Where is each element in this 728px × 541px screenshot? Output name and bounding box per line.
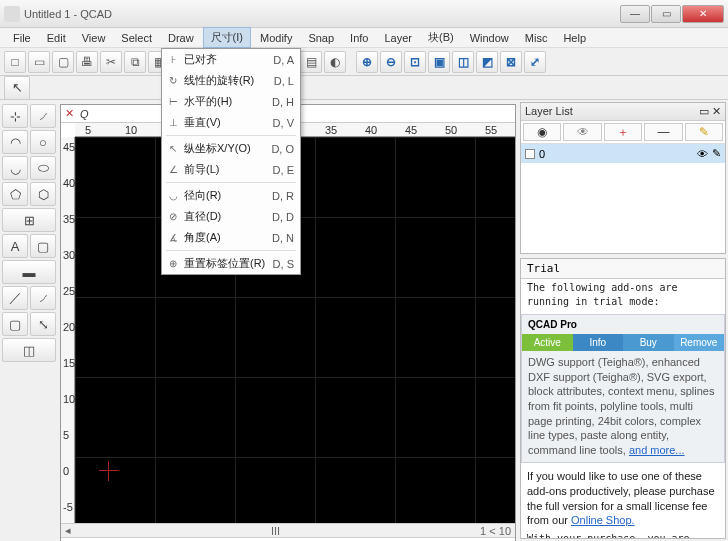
layer-btn-4[interactable]: ✎ [685, 123, 723, 141]
layer-btn-0[interactable]: ◉ [523, 123, 561, 141]
layer-list-title: Layer List [525, 105, 573, 118]
menu-item[interactable]: ⊕重置标签位置(R)D, S [162, 253, 300, 274]
menu-view[interactable]: View [75, 30, 113, 46]
menu-select[interactable]: Select [114, 30, 159, 46]
menu-item-label: 重置标签位置(R) [184, 256, 265, 271]
tool-0-0[interactable]: ⊹ [2, 104, 28, 128]
window-title: Untitled 1 - QCAD [24, 8, 620, 20]
dimension-menu-dropdown[interactable]: ⊦已对齐D, A↻线性的旋转(R)D, L⊢水平的(H)D, H⊥垂直(V)D,… [161, 48, 301, 275]
pencil-icon[interactable]: ✎ [712, 147, 721, 160]
toolbar-misc-4[interactable]: ◐ [324, 51, 346, 73]
trial-panel-title: Trial [521, 259, 725, 279]
tool-9-0[interactable]: ◫ [2, 338, 56, 362]
pointer-tool[interactable]: ↖ [4, 76, 30, 100]
tool-2-0[interactable]: ◡ [2, 156, 28, 180]
tool-7-0[interactable]: ／ [2, 286, 28, 310]
menu-modify[interactable]: Modify [253, 30, 299, 46]
toolbar-zoom-5[interactable]: ◩ [476, 51, 498, 73]
toolbar-zoom-7[interactable]: ⤢ [524, 51, 546, 73]
menu-item[interactable]: ⊢水平的(H)D, H [162, 91, 300, 112]
menu-item-icon: ⊦ [166, 54, 180, 65]
tab-remove[interactable]: Remove [674, 334, 725, 351]
tool-7-1[interactable]: ⟋ [30, 286, 56, 310]
close-tab-icon[interactable]: ✕ [65, 107, 74, 120]
maximize-button[interactable]: ▭ [651, 5, 681, 23]
menu-item[interactable]: ↖纵坐标X/Y(O)D, O [162, 138, 300, 159]
menu-item-label: 前导(L) [184, 162, 219, 177]
tool-1-0[interactable]: ◠ [2, 130, 28, 154]
layer-btn-1[interactable]: 👁 [563, 123, 601, 141]
tool-5-0[interactable]: A [2, 234, 28, 258]
panel-controls[interactable]: ▭ ✕ [699, 105, 721, 118]
menu-item[interactable]: ∠前导(L)D, E [162, 159, 300, 180]
trial-p1: If you would like to use one of these ad… [521, 467, 725, 530]
menu-draw[interactable]: Draw [161, 30, 201, 46]
menu-help[interactable]: Help [556, 30, 593, 46]
document-tab[interactable]: Q [80, 108, 89, 120]
toolbar-main-1[interactable]: ▭ [28, 51, 50, 73]
toolbar-main-3[interactable]: 🖶 [76, 51, 98, 73]
menu-item[interactable]: ◡径向(R)D, R [162, 185, 300, 206]
tool-3-0[interactable]: ⬠ [2, 182, 28, 206]
eye-icon[interactable]: 👁 [697, 148, 708, 160]
menu-item-icon: ∠ [166, 164, 180, 175]
toolbar-main-5[interactable]: ⧉ [124, 51, 146, 73]
minimize-button[interactable]: — [620, 5, 650, 23]
toolbar-zoom-0[interactable]: ⊕ [356, 51, 378, 73]
menu-window[interactable]: Window [463, 30, 516, 46]
layer-btn-3[interactable]: — [644, 123, 682, 141]
toolbar-main-2[interactable]: ▢ [52, 51, 74, 73]
tool-3-1[interactable]: ⬡ [30, 182, 56, 206]
tool-8-1[interactable]: ⤡ [30, 312, 56, 336]
toolbar-zoom-4[interactable]: ◫ [452, 51, 474, 73]
menu-layer[interactable]: Layer [377, 30, 419, 46]
toolbar-zoom-3[interactable]: ▣ [428, 51, 450, 73]
menu-file[interactable]: File [6, 30, 38, 46]
tool-6-0[interactable]: ▬ [2, 260, 56, 284]
toolbar-main-0[interactable]: □ [4, 51, 26, 73]
menu-item[interactable]: ∡角度(A)D, N [162, 227, 300, 248]
menu-item-label: 水平的(H) [184, 94, 232, 109]
menu-misc[interactable]: Misc [518, 30, 555, 46]
menu-item-shortcut: D, A [273, 54, 294, 66]
toolbar-zoom-6[interactable]: ⊠ [500, 51, 522, 73]
menu-edit[interactable]: Edit [40, 30, 73, 46]
menu-item[interactable]: ↻线性的旋转(R)D, L [162, 70, 300, 91]
toolbar-zoom-1[interactable]: ⊖ [380, 51, 402, 73]
menu-item-shortcut: D, V [273, 117, 294, 129]
menu-尺寸(i)[interactable]: 尺寸(I) [203, 27, 251, 48]
trial-p2: With your purchase, you are supporting t… [521, 530, 725, 539]
tab-active[interactable]: Active [522, 334, 573, 351]
tool-1-1[interactable]: ○ [30, 130, 56, 154]
tool-4-0[interactable]: ⊞ [2, 208, 56, 232]
online-shop-link[interactable]: Online Shop. [571, 514, 635, 526]
menu-item-icon: ◡ [166, 190, 180, 201]
tool-2-1[interactable]: ⬭ [30, 156, 56, 180]
layer-row[interactable]: 0 👁 ✎ [521, 144, 725, 163]
toolbar-misc-3[interactable]: ▤ [300, 51, 322, 73]
toolbar-main-4[interactable]: ✂ [100, 51, 122, 73]
menu-item-shortcut: D, H [272, 96, 294, 108]
menu-块(b)[interactable]: 块(B) [421, 28, 461, 47]
tab-buy[interactable]: Buy [623, 334, 674, 351]
menu-item-label: 纵坐标X/Y(O) [184, 141, 251, 156]
menu-snap[interactable]: Snap [301, 30, 341, 46]
and-more-link[interactable]: and more... [629, 444, 685, 456]
command-line[interactable]: Command: new [61, 537, 515, 541]
tab-info[interactable]: Info [573, 334, 624, 351]
tool-8-0[interactable]: ▢ [2, 312, 28, 336]
addon-description: DWG support (Teigha®), enhanced DXF supp… [522, 351, 724, 462]
menu-item[interactable]: ⊥垂直(V)D, V [162, 112, 300, 133]
toolbar-zoom-2[interactable]: ⊡ [404, 51, 426, 73]
tool-5-1[interactable]: ▢ [30, 234, 56, 258]
coord-readout: 1 < 10 [480, 525, 511, 537]
horizontal-scrollbar[interactable]: ◂III 1 < 10 [61, 523, 515, 537]
menu-item-icon: ↖ [166, 143, 180, 154]
menu-item-shortcut: D, R [272, 190, 294, 202]
layer-btn-2[interactable]: ＋ [604, 123, 642, 141]
close-button[interactable]: ✕ [682, 5, 724, 23]
tool-0-1[interactable]: ⟋ [30, 104, 56, 128]
menu-item[interactable]: ⊘直径(D)D, D [162, 206, 300, 227]
menu-item[interactable]: ⊦已对齐D, A [162, 49, 300, 70]
menu-info[interactable]: Info [343, 30, 375, 46]
